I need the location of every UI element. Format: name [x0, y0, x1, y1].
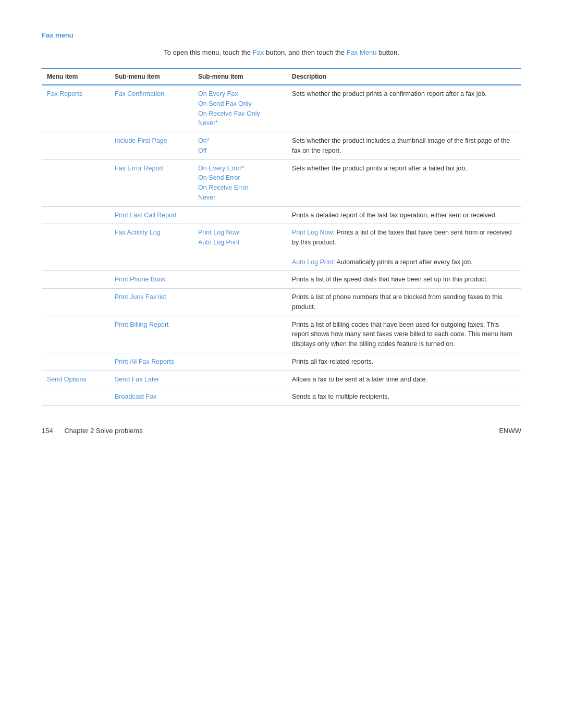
fax-menu-table: Menu item Sub-menu item Sub-menu item De… [42, 68, 521, 406]
sub2-fax-activity-log-options: Print Log Now Auto Log Print [193, 224, 287, 271]
col-header-desc: Description [287, 68, 521, 85]
desc-print-last-call-report: Prints a detailed report of the last fax… [287, 206, 521, 224]
desc-print-phone-book: Prints a list of the speed dials that ha… [287, 271, 521, 289]
sub2-send-fax-later-empty [193, 371, 287, 388]
sub1-print-junk-fax-list: Print Junk Fax list [109, 289, 193, 316]
col-header-sub1: Sub-menu item [109, 68, 193, 85]
table-row: Broadcast Fax Sends a fax to multiple re… [42, 388, 521, 406]
sub2-print-all-fax-reports-empty [193, 353, 287, 371]
sub1-fax-activity-log: Fax Activity Log [109, 224, 193, 271]
menu-item-empty-9 [42, 388, 109, 406]
menu-item-empty-1 [42, 132, 109, 160]
table-row: Fax Error Report On Every Error* On Send… [42, 159, 521, 206]
footer-chapter-text: Chapter 2 Solve problems [64, 427, 142, 435]
menu-item-empty-3 [42, 206, 109, 224]
intro-text: To open this menu, touch the Fax button,… [42, 48, 521, 56]
desc-fax-activity-log: Print Log Now: Prints a list of the faxe… [287, 224, 521, 271]
col-header-sub2: Sub-menu item [193, 68, 287, 85]
table-row: Print Billing Report Prints a list of bi… [42, 316, 521, 353]
sub2-print-junk-fax-list-empty [193, 289, 287, 316]
col-header-menu: Menu item [42, 68, 109, 85]
table-header-row: Menu item Sub-menu item Sub-menu item De… [42, 68, 521, 85]
desc-fax-error-report: Sets whether the product prints a report… [287, 159, 521, 206]
desc-send-fax-later: Allows a fax to be sent at a later time … [287, 371, 521, 388]
desc-broadcast-fax: Sends a fax to multiple recipients. [287, 388, 521, 406]
sub2-print-last-call-report-empty [193, 206, 287, 224]
menu-item-empty-8 [42, 353, 109, 371]
sub1-send-fax-later: Send Fax Later [109, 371, 193, 388]
sub2-broadcast-fax-empty [193, 388, 287, 406]
menu-item-fax-reports: Fax Reports [42, 85, 109, 132]
footer-page-number: 154 [42, 427, 53, 435]
desc-print-billing-report: Prints a list of billing codes that have… [287, 316, 521, 353]
footer-page-chapter: 154 Chapter 2 Solve problems [42, 427, 143, 435]
table-row: Send Options Send Fax Later Allows a fax… [42, 371, 521, 388]
desc-include-first-page: Sets whether the product includes a thum… [287, 132, 521, 160]
fax-menu-link: Fax Menu [347, 48, 377, 56]
sub1-print-billing-report: Print Billing Report [109, 316, 193, 353]
sub1-include-first-page: Include First Page [109, 132, 193, 160]
menu-item-empty-2 [42, 159, 109, 206]
sub1-print-last-call-report: Print Last Call Report [109, 206, 193, 224]
menu-item-empty-7 [42, 316, 109, 353]
sub2-print-phone-book-empty [193, 271, 287, 289]
sub2-include-first-page-options: On* Off [193, 132, 287, 160]
table-row: Fax Activity Log Print Log Now Auto Log … [42, 224, 521, 271]
desc-print-all-fax-reports: Prints all fax-related reports. [287, 353, 521, 371]
sub1-fax-confirmation: Fax Confirmation [109, 85, 193, 132]
footer-right-text: ENWW [499, 427, 521, 435]
desc-print-junk-fax-list: Prints a list of phone numbers that are … [287, 289, 521, 316]
menu-item-send-options: Send Options [42, 371, 109, 388]
table-row: Fax Reports Fax Confirmation On Every Fa… [42, 85, 521, 132]
table-row: Print Junk Fax list Prints a list of pho… [42, 289, 521, 316]
table-row: Print All Fax Reports Prints all fax-rel… [42, 353, 521, 371]
sub1-print-all-fax-reports: Print All Fax Reports [109, 353, 193, 371]
page-title: Fax menu [42, 31, 521, 39]
sub2-print-billing-report-empty [193, 316, 287, 353]
table-row: Print Phone Book Prints a list of the sp… [42, 271, 521, 289]
sub2-fax-error-report-options: On Every Error* On Send Error On Receive… [193, 159, 287, 206]
fax-link: Fax [253, 48, 264, 56]
sub1-print-phone-book: Print Phone Book [109, 271, 193, 289]
sub1-broadcast-fax: Broadcast Fax [109, 388, 193, 406]
sub2-fax-confirmation-options: On Every Fax On Send Fax Only On Receive… [193, 85, 287, 132]
sub1-fax-error-report: Fax Error Report [109, 159, 193, 206]
desc-fax-confirmation: Sets whether the product prints a confir… [287, 85, 521, 132]
footer-area: 154 Chapter 2 Solve problems ENWW [42, 427, 521, 435]
table-row: Include First Page On* Off Sets whether … [42, 132, 521, 160]
menu-item-empty-4 [42, 224, 109, 271]
table-row: Print Last Call Report Prints a detailed… [42, 206, 521, 224]
menu-item-empty-6 [42, 289, 109, 316]
menu-item-empty-5 [42, 271, 109, 289]
